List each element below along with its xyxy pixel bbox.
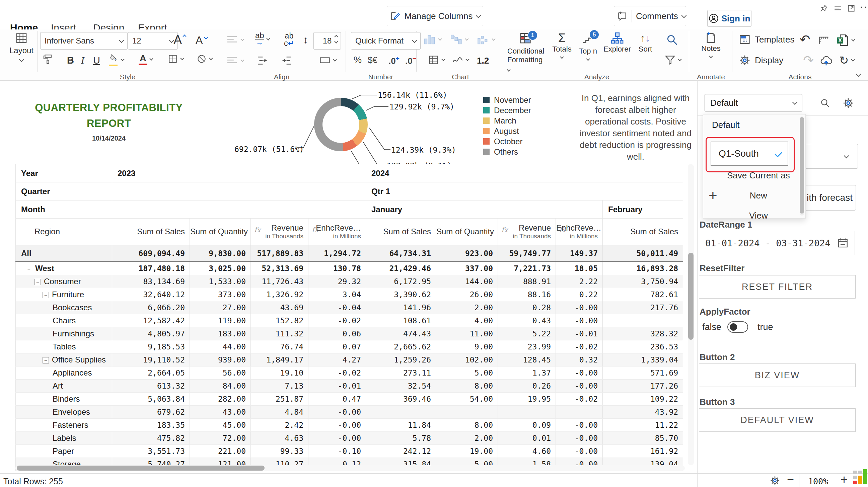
value-cell[interactable]: 328.32 [603,327,683,340]
legend-item[interactable]: October [483,136,531,147]
totals-button[interactable]: Σ Totals [549,31,575,58]
value-cell[interactable]: 0.22 [556,288,603,301]
collapse-toggle-icon[interactable]: − [34,279,41,285]
font-name-select[interactable]: Inforiver Sans [40,32,128,50]
value-cell[interactable]: -0.02 [556,340,603,353]
value-cell[interactable]: 373.00 [190,288,251,301]
value-cell[interactable]: 282.00 [190,393,251,406]
value-cell[interactable]: 177.26 [603,380,683,393]
menu-item-save-view[interactable]: + Save Current as NewView [703,175,800,216]
value-cell[interactable]: 0.26 [498,380,556,393]
value-cell[interactable]: -0.04 [308,301,366,314]
scrollbar-thumb[interactable] [688,253,693,340]
value-cell[interactable]: 5.00 [436,366,498,380]
ruler-icon[interactable] [818,34,830,46]
merge-cells-button[interactable] [319,54,336,66]
value-cell[interactable]: 27.00 [190,301,251,314]
value-cell[interactable]: 1,339.04 [603,353,683,366]
value-cell[interactable]: 108.61 [366,314,436,327]
undo-icon[interactable]: ↶ [800,32,810,47]
value-cell[interactable]: 1,326.92 [251,288,308,301]
value-cell[interactable]: 149.37 [556,245,603,262]
value-cell[interactable]: 9,185.53 [112,340,190,353]
decimal-sample-button[interactable]: 1.2 [477,56,489,66]
value-cell[interactable]: -0.02 [308,366,366,380]
pin-icon[interactable] [819,4,828,13]
row-label[interactable]: −Office Supplies [16,353,112,366]
text-align-button[interactable] [226,33,244,46]
increase-decimal-button[interactable]: .0+ [389,55,400,66]
value-cell[interactable]: 54.00 [436,393,498,406]
underline-button[interactable]: U [93,55,100,66]
value-cell[interactable]: 83,134.69 [112,275,190,288]
value-cell[interactable]: 109.22 [603,393,683,406]
value-cell[interactable]: -0.00 [308,432,366,445]
value-cell[interactable]: 88.16 [498,288,556,301]
value-cell[interactable] [366,406,436,419]
default-view-button[interactable]: DEFAULT VIEW [699,408,856,432]
collapse-toggle-icon[interactable]: − [42,292,49,298]
value-cell[interactable]: 475.82 [112,432,190,445]
value-cell[interactable]: -0.00 [556,314,603,327]
value-cell[interactable]: 571.69 [603,366,683,380]
scrollbar-thumb[interactable] [17,465,265,470]
value-cell[interactable]: -0.10 [308,445,366,458]
more-options-icon[interactable]: ··· [860,1,868,12]
scrollbar-thumb[interactable] [800,117,804,214]
value-cell[interactable]: 16,893.28 [603,262,683,275]
value-cell[interactable]: 0.01 [498,432,556,445]
value-cell[interactable]: 18.05 [556,262,603,275]
gear-icon[interactable] [842,97,854,109]
conditional-formatting-button[interactable]: 1 Conditional Formatting [507,31,544,73]
zoom-in-button[interactable]: + [841,473,847,487]
collapse-toggle-icon[interactable]: − [26,266,32,272]
column-header[interactable]: Sum of Sales [366,219,436,245]
fill-color-button[interactable] [108,54,124,66]
value-cell[interactable]: -0.00 [556,445,603,458]
value-cell[interactable]: 221.00 [190,445,251,458]
row-label[interactable]: Bookcases [16,301,112,314]
value-cell[interactable]: -0.00 [556,380,603,393]
manage-columns-button[interactable]: Manage Columns [387,6,483,26]
text-overflow-button[interactable]: ab→ [255,32,270,46]
value-cell[interactable]: -0.00 [556,301,603,314]
display-button[interactable]: Display [739,54,783,66]
wrap-text-button[interactable]: abc↵ [284,32,294,47]
value-cell[interactable]: 888.91 [498,275,556,288]
vertical-align-button[interactable] [226,54,244,67]
row-label[interactable]: Chairs [16,314,112,327]
decrease-decimal-button[interactable]: .0− [405,55,416,66]
value-cell[interactable]: 141.96 [366,301,436,314]
value-cell[interactable]: 4.84 [251,406,308,419]
value-cell[interactable]: 2,665.62 [366,340,436,353]
value-cell[interactable]: 29.32 [308,275,366,288]
filter-button[interactable] [664,54,681,66]
value-cell[interactable]: 337.00 [436,262,498,275]
value-cell[interactable]: 5.78 [366,432,436,445]
value-cell[interactable]: 1.37 [498,366,556,380]
value-cell[interactable]: 0.47 [308,393,366,406]
layout-button[interactable]: Layout [7,31,35,61]
value-cell[interactable]: 45.00 [190,419,251,432]
value-cell[interactable]: 6,066.20 [112,301,190,314]
value-cell[interactable]: 4.00 [436,314,498,327]
value-cell[interactable]: 923.00 [436,245,498,262]
value-cell[interactable]: 9,830.00 [190,245,251,262]
value-cell[interactable]: 4,805.97 [112,327,190,340]
quarter-q1[interactable]: Qtr 1 [366,183,683,200]
value-cell[interactable]: 251.87 [251,393,308,406]
value-cell[interactable]: 19,110.52 [112,353,190,366]
value-cell[interactable]: 44.00 [190,340,251,353]
bold-button[interactable]: B [67,55,74,66]
value-cell[interactable]: 5.22 [498,327,556,340]
value-cell[interactable]: 4.63 [251,432,308,445]
value-cell[interactable] [436,406,498,419]
year-2023[interactable]: 2023 [112,164,366,183]
value-cell[interactable]: 782.61 [603,288,683,301]
menu-scrollbar[interactable] [800,117,804,216]
value-cell[interactable]: 242.12 [366,445,436,458]
value-cell[interactable]: 11.00 [436,327,498,340]
insert-bar-chart-button[interactable] [423,33,441,46]
sign-in-button[interactable]: Sign in [707,10,751,27]
value-cell[interactable]: 84.00 [190,380,251,393]
